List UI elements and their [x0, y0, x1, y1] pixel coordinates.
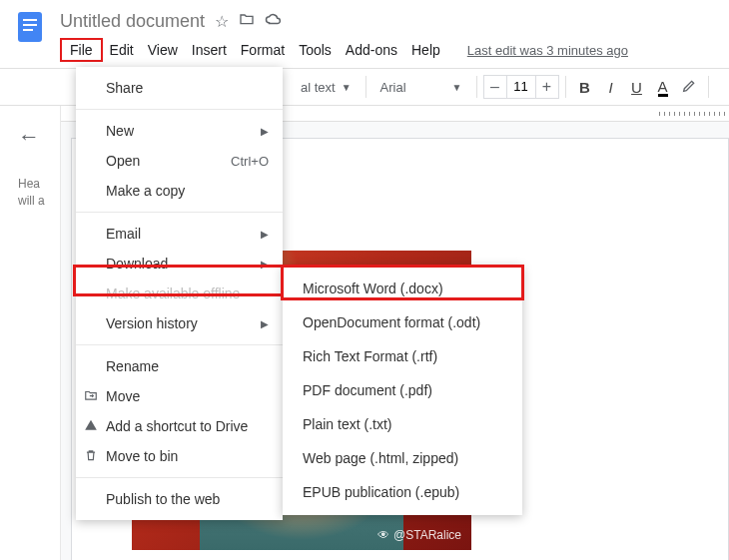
last-edit-link[interactable]: Last edit was 3 minutes ago — [467, 43, 628, 58]
paragraph-style-select[interactable]: al text ▼ — [293, 80, 360, 95]
menu-new[interactable]: New▶ — [76, 116, 283, 146]
chevron-right-icon: ▶ — [261, 318, 269, 329]
download-pdf[interactable]: PDF document (.pdf) — [283, 373, 522, 407]
download-rtf[interactable]: Rich Text Format (.rtf) — [283, 339, 522, 373]
style-select-label: al text — [301, 80, 336, 95]
chevron-down-icon: ▼ — [342, 82, 352, 93]
shortcut-label: Ctrl+O — [231, 154, 269, 169]
chevron-right-icon: ▶ — [261, 229, 269, 240]
menu-move-to-bin[interactable]: Move to bin — [76, 441, 283, 471]
menu-addons[interactable]: Add-ons — [339, 38, 404, 62]
font-select-label: Arial — [380, 80, 406, 95]
file-dropdown-menu: Share New▶ OpenCtrl+O Make a copy Email▶… — [76, 67, 283, 520]
font-select[interactable]: Arial ▼ — [372, 80, 470, 95]
svg-rect-0 — [18, 12, 42, 42]
svg-rect-2 — [23, 24, 37, 26]
menu-view[interactable]: View — [141, 38, 185, 62]
move-folder-icon[interactable] — [239, 11, 255, 31]
text-color-button[interactable]: A — [650, 78, 676, 97]
download-html[interactable]: Web page (.html, zipped) — [283, 441, 522, 475]
weibo-icon: 👁 — [377, 528, 389, 542]
menu-offline: Make available offline — [76, 279, 283, 308]
menu-download[interactable]: Download▶ — [76, 249, 283, 279]
star-icon[interactable]: ☆ — [215, 12, 229, 31]
document-title[interactable]: Untitled document — [60, 11, 205, 32]
menubar: File Edit View Insert Format Tools Add-o… — [60, 36, 717, 64]
menu-email[interactable]: Email▶ — [76, 219, 283, 249]
chevron-right-icon: ▶ — [261, 126, 269, 137]
menu-open[interactable]: OpenCtrl+O — [76, 146, 283, 176]
font-size-stepper: – 11 + — [483, 75, 559, 99]
menu-file[interactable]: File — [60, 38, 103, 62]
cloud-status-icon[interactable] — [265, 12, 283, 30]
menu-move[interactable]: Move — [76, 381, 283, 411]
font-size-value[interactable]: 11 — [506, 76, 536, 98]
folder-move-icon — [84, 388, 98, 405]
svg-rect-3 — [23, 29, 33, 31]
svg-marker-4 — [85, 419, 97, 429]
menu-format[interactable]: Format — [234, 38, 292, 62]
back-arrow-icon[interactable]: ← — [18, 124, 60, 150]
outline-panel: ← Hea will a — [0, 106, 60, 560]
download-odt[interactable]: OpenDocument format (.odt) — [283, 305, 522, 339]
menu-add-shortcut[interactable]: Add a shortcut to Drive — [76, 411, 283, 441]
bold-button[interactable]: B — [572, 79, 598, 96]
decrease-font-button[interactable]: – — [484, 78, 506, 96]
menu-make-copy[interactable]: Make a copy — [76, 176, 283, 206]
download-epub[interactable]: EPUB publication (.epub) — [283, 475, 522, 509]
menu-insert[interactable]: Insert — [185, 38, 234, 62]
image-watermark: 👁 @STARalice — [377, 528, 461, 542]
outline-placeholder-text: Hea will a — [18, 176, 60, 210]
increase-font-button[interactable]: + — [536, 78, 558, 96]
svg-rect-1 — [23, 19, 37, 21]
menu-rename[interactable]: Rename — [76, 351, 283, 381]
chevron-down-icon: ▼ — [452, 82, 462, 93]
trash-icon — [84, 448, 98, 465]
menu-publish[interactable]: Publish to the web — [76, 484, 283, 514]
download-docx[interactable]: Microsoft Word (.docx) — [283, 272, 522, 305]
download-txt[interactable]: Plain text (.txt) — [283, 407, 522, 441]
underline-button[interactable]: U — [624, 79, 650, 96]
menu-version-history[interactable]: Version history▶ — [76, 308, 283, 338]
docs-app-icon[interactable] — [12, 8, 48, 44]
menu-tools[interactable]: Tools — [292, 38, 339, 62]
chevron-right-icon: ▶ — [261, 259, 269, 270]
menu-share[interactable]: Share — [76, 73, 283, 103]
menu-edit[interactable]: Edit — [103, 38, 141, 62]
menu-help[interactable]: Help — [404, 38, 447, 62]
drive-shortcut-icon — [84, 418, 98, 435]
highlight-color-button[interactable] — [676, 78, 702, 97]
download-submenu: Microsoft Word (.docx) OpenDocument form… — [283, 266, 522, 515]
italic-button[interactable]: I — [598, 79, 624, 96]
